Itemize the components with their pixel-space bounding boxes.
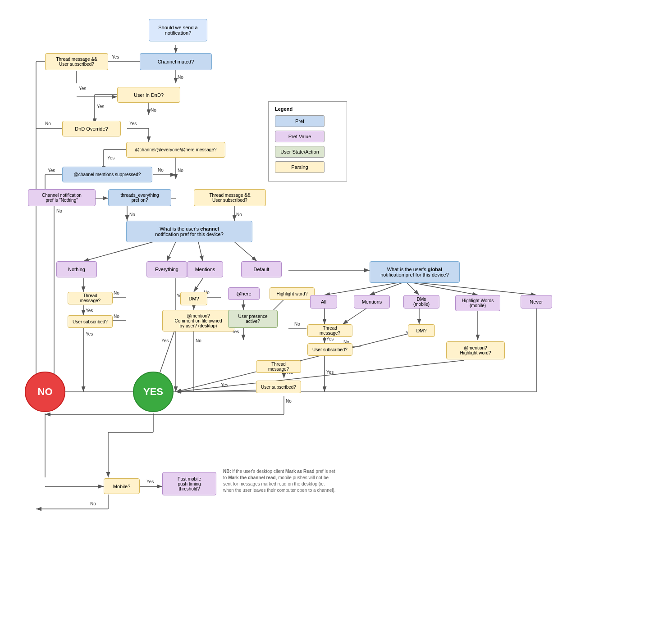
mobile-q-label: Mobile?: [113, 484, 131, 489]
svg-text:Yes: Yes: [326, 336, 334, 341]
dnd-override-node: DnD Override?: [62, 121, 121, 136]
legend-pref-value: Pref Value: [275, 131, 340, 142]
thread-message-3-node: Thread message?: [256, 360, 301, 373]
threads-everything-node: threads_everything pref on?: [108, 189, 171, 206]
channel-notif-pref-node: What is the user's channelnotification p…: [126, 221, 252, 242]
svg-text:Yes: Yes: [326, 370, 334, 375]
mentions-label: Mentions: [195, 267, 215, 272]
svg-line-106: [343, 306, 370, 324]
svg-line-45: [167, 242, 176, 261]
svg-line-46: [198, 242, 203, 261]
mentions-node: Mentions: [187, 261, 223, 277]
all-label: All: [321, 299, 326, 304]
thread-message-2-label: Thread message?: [312, 326, 347, 336]
legend-parsing-box: Parsing: [275, 161, 325, 173]
svg-text:No: No: [158, 168, 164, 172]
channel-mentions-suppressed-node: @channel mentions suppressed?: [62, 167, 152, 182]
thread-message-2-node: Thread message?: [307, 324, 352, 337]
user-subscribed-3-node: User subscribed?: [256, 381, 301, 393]
yes-label: YES: [143, 386, 163, 398]
global-notif-pref-node: What is the user's globalnotification pr…: [370, 261, 460, 283]
user-subscribed-3-label: User subscribed?: [261, 385, 296, 390]
svg-text:Yes: Yes: [112, 54, 119, 59]
user-subscribed-2-node: User subscribed?: [307, 343, 352, 356]
legend-title: Legend: [275, 106, 340, 112]
legend-state: User State/Action: [275, 146, 340, 158]
svg-text:No: No: [56, 209, 62, 213]
legend-state-box: User State/Action: [275, 146, 325, 158]
dm-q1-node: DM?: [180, 292, 207, 305]
never-node: Never: [521, 295, 552, 309]
channel-everyone-label: @channel/@everyone/@here message?: [135, 147, 216, 152]
svg-text:No: No: [178, 168, 183, 173]
dms-mobile-node: DMs (mobile): [403, 295, 439, 309]
svg-line-76: [406, 281, 419, 295]
svg-text:No: No: [236, 212, 242, 217]
svg-text:Yes: Yes: [146, 479, 154, 484]
mention-highlight-node: @mention? Highlight word?: [446, 341, 505, 359]
at-here-label: @here: [236, 291, 251, 296]
thread-message-1-node: Thread message?: [68, 292, 113, 304]
dms-mobile-label: DMs (mobile): [408, 297, 434, 307]
user-presence-label: User presence active?: [238, 314, 267, 324]
legend: Legend Pref Pref Value User State/Action…: [268, 101, 347, 182]
default-node: Default: [241, 261, 282, 277]
svg-line-77: [406, 281, 478, 295]
legend-pref-value-box: Pref Value: [275, 131, 325, 142]
no-label: NO: [38, 386, 53, 398]
thread-user-subscribed-2-node: Thread message && User subscribed?: [194, 189, 266, 206]
start-label: Should we send a notification?: [158, 25, 197, 36]
channel-notif-pref-label: What is the user's channelnotification p…: [155, 226, 224, 237]
nothing-label: Nothing: [68, 267, 85, 272]
dnd-override-label: DnD Override?: [75, 126, 108, 132]
svg-text:Yes: Yes: [86, 308, 93, 313]
svg-text:Yes: Yes: [161, 338, 169, 343]
nothing-node: Nothing: [56, 261, 97, 277]
mentions-global-label: Mentions: [362, 299, 382, 304]
highlight-words-mobile-node: Highlight Words (mobile): [455, 295, 500, 311]
svg-text:Yes: Yes: [129, 121, 137, 126]
thread-message-3-label: Thread message?: [261, 362, 296, 372]
highlight-word-label: Highlight word?: [277, 291, 308, 296]
yes-circle: YES: [133, 372, 174, 412]
diagram-container: Yes No No Yes Yes No No Yes Yes No: [0, 0, 672, 640]
dm-q2-node: DM?: [408, 324, 435, 337]
svg-text:No: No: [196, 338, 201, 343]
mention-comment-label: @mention? Comment on file owned by user?…: [174, 313, 222, 328]
mention-highlight-label: @mention? Highlight word?: [460, 345, 491, 355]
svg-line-78: [406, 281, 536, 295]
legend-state-label: User State/Action: [280, 149, 319, 154]
user-presence-node: User presence active?: [228, 310, 278, 328]
thread-user-sub-2-label: Thread message && User subscribed?: [209, 193, 250, 203]
legend-pref: Pref: [275, 115, 340, 127]
svg-text:No: No: [286, 399, 292, 404]
svg-line-74: [325, 281, 406, 295]
legend-pref-value-label: Pref Value: [288, 134, 311, 139]
legend-parsing-label: Parsing: [291, 164, 308, 170]
start-node: Should we send a notification?: [149, 19, 207, 41]
svg-text:Yes: Yes: [97, 104, 104, 109]
svg-text:Yes: Yes: [86, 331, 93, 336]
thread-message-1-label: Thread message?: [73, 293, 108, 303]
channel-muted-label: Channel muted?: [158, 59, 194, 64]
svg-line-59: [194, 278, 203, 292]
nb-text: NB: if the user's desktop client Mark as…: [223, 468, 336, 494]
everything-label: Everything: [155, 267, 178, 272]
svg-line-44: [83, 242, 153, 261]
svg-text:No: No: [114, 290, 119, 295]
channel-notif-nothing-label: Channel notification pref is "Nothing": [42, 193, 82, 203]
mentions-global-node: Mentions: [354, 295, 390, 309]
dm-q2-label: DM?: [416, 328, 426, 333]
highlight-word-node: Highlight word?: [270, 287, 315, 300]
highlight-words-mobile-label: Highlight Words (mobile): [462, 298, 494, 308]
user-subscribed-2-label: User subscribed?: [312, 347, 347, 352]
default-label: Default: [254, 267, 270, 272]
legend-pref-label: Pref: [295, 118, 304, 124]
all-node: All: [310, 295, 337, 309]
svg-text:No: No: [129, 212, 135, 217]
mention-comment-node: @mention? Comment on file owned by user?…: [162, 310, 234, 331]
global-notif-pref-label: What is the user's globalnotification pr…: [380, 267, 449, 277]
channel-muted-node: Channel muted?: [140, 53, 212, 70]
dm-q1-label: DM?: [188, 296, 199, 301]
svg-line-92: [176, 360, 464, 392]
